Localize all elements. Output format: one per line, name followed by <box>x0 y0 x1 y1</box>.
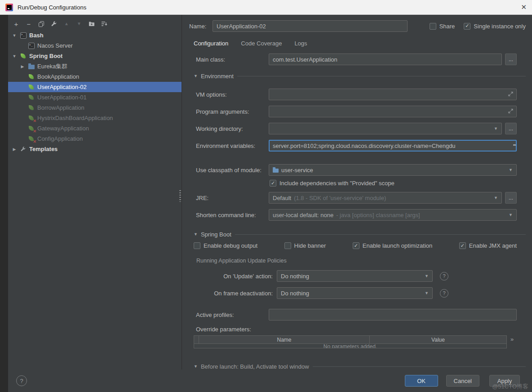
share-checkbox-box: ✓ <box>430 23 436 30</box>
background-edge <box>0 15 8 392</box>
enable-jmx-agent-checkbox[interactable]: ✓ Enable JMX agent <box>459 242 517 249</box>
cancel-button[interactable]: Cancel <box>446 375 479 387</box>
environment-section-header[interactable]: ▼ Environment <box>194 72 526 80</box>
tab-code-coverage[interactable]: Code Coverage <box>241 40 282 47</box>
copy-icon[interactable] <box>37 20 45 28</box>
jre-label: JRE: <box>194 195 269 201</box>
titlebar: Run/Debug Configurations ✕ <box>0 0 532 15</box>
more-actions-button[interactable]: » <box>510 336 514 343</box>
provided-scope-checkbox[interactable]: ✓ Include dependencies with "Provided" s… <box>270 180 395 187</box>
tree-item-borrow-application[interactable]: BorrowApplication <box>8 102 182 113</box>
window-title: Run/Debug Configurations <box>18 4 86 11</box>
spring-boot-options-row: ✓ Enable debug output ✓ Hide banner ✓ En… <box>194 242 517 249</box>
shorten-command-line-combo[interactable]: user-local default: none - java [options… <box>269 209 517 221</box>
tree-item-gateway-application[interactable]: ✕ GatewayApplication <box>8 123 182 134</box>
chevron-down-icon: ▼ <box>494 196 498 200</box>
expanded-icon: ▼ <box>12 33 17 38</box>
environment-variables-input[interactable] <box>269 140 517 151</box>
module-combo[interactable]: user-service ▼ <box>269 164 517 176</box>
section-divider <box>313 366 526 367</box>
chevron-down-icon: ▼ <box>425 274 429 278</box>
spring-boot-section-header[interactable]: ▼ Spring Boot <box>194 231 526 238</box>
folder-icon <box>28 63 35 70</box>
before-launch-section-header[interactable]: ▼ Before launch: Build, Activate tool wi… <box>194 363 526 370</box>
tree-item-templates[interactable]: ▶ Templates <box>8 144 182 154</box>
expanded-icon: ▼ <box>12 54 17 58</box>
tree-item-eureka-cluster[interactable]: ▶ Eureka集群 <box>8 61 182 71</box>
column-header-name[interactable]: Name <box>199 336 370 343</box>
bash-icon <box>28 42 35 49</box>
new-folder-icon[interactable] <box>88 20 96 28</box>
spring-boot-error-icon: ✕ <box>28 135 35 142</box>
section-collapse-icon: ▼ <box>194 364 198 369</box>
tab-configuration[interactable]: Configuration <box>194 40 228 47</box>
working-directory-browse-button[interactable]: ... <box>505 123 517 134</box>
move-down-icon[interactable]: ▼ <box>75 20 83 28</box>
expand-field-icon[interactable] <box>508 108 513 115</box>
share-checkbox[interactable]: ✓ Share <box>430 23 455 30</box>
name-input[interactable] <box>213 20 408 32</box>
splitter-handle[interactable] <box>179 190 181 202</box>
column-header-value[interactable]: Value <box>370 336 506 343</box>
tree-item-spring-boot[interactable]: ▼ Spring Boot <box>8 51 182 61</box>
close-icon[interactable]: ✕ <box>514 3 527 11</box>
main-class-row: Main class: ... <box>194 53 526 65</box>
tree-toolbar: + − ▲ ▼ <box>8 18 182 30</box>
vm-options-input[interactable] <box>269 89 517 100</box>
table-header: Name Value <box>194 336 506 344</box>
single-instance-checkbox[interactable]: ✓ Single instance only <box>464 23 526 30</box>
dialog-footer: ? OK Cancel Apply <box>8 370 532 392</box>
tree-item-user-application-01[interactable]: UserApplication-01 <box>8 92 182 102</box>
working-directory-combo[interactable]: ▼ <box>269 123 502 134</box>
add-icon[interactable]: + <box>12 20 20 28</box>
override-parameters-label: Override parameters: <box>194 326 526 333</box>
spring-boot-icon <box>28 84 35 90</box>
on-update-action-combo[interactable]: Do nothing ▼ <box>277 270 433 282</box>
spring-boot-icon <box>28 104 35 111</box>
jre-combo[interactable]: Default (1.8 - SDK of 'user-service' mod… <box>269 192 502 204</box>
move-up-icon[interactable]: ▲ <box>62 20 71 28</box>
tree-item-config-application[interactable]: ✕ ConfigApplication <box>8 134 182 144</box>
tree-item-hystrix-dashboard-application[interactable]: ✕ HystrixDashBoardApplication <box>8 113 182 123</box>
enable-launch-optimization-checkbox[interactable]: ✓ Enable launch optimization <box>353 242 432 249</box>
configurations-tree-panel: + − ▲ ▼ <box>8 15 182 370</box>
tree-item-user-application-02[interactable]: UserApplication-02 <box>8 82 182 92</box>
help-icon[interactable]: ? <box>440 272 448 281</box>
jre-row: JRE: Default (1.8 - SDK of 'user-service… <box>194 192 526 204</box>
active-profiles-input[interactable] <box>269 309 517 321</box>
enable-debug-output-checkbox[interactable]: ✓ Enable debug output <box>194 242 257 249</box>
program-arguments-input[interactable] <box>269 106 517 117</box>
collapsed-icon: ▶ <box>12 147 17 151</box>
edit-templates-icon[interactable] <box>50 20 58 28</box>
tab-logs[interactable]: Logs <box>294 40 307 47</box>
ok-button[interactable]: OK <box>405 375 438 387</box>
on-frame-deactivation-combo[interactable]: Do nothing ▼ <box>277 287 433 299</box>
spring-boot-icon <box>28 94 35 101</box>
help-button[interactable]: ? <box>16 375 27 386</box>
spring-boot-icon <box>28 73 35 80</box>
sort-icon[interactable] <box>100 20 108 28</box>
configuration-editor-panel: Name: ✓ Share ✓ Single instance only Con… <box>182 15 532 370</box>
chevron-down-icon: ▼ <box>425 291 429 295</box>
expand-field-icon[interactable] <box>508 91 513 98</box>
jre-browse-button[interactable]: ... <box>505 192 517 204</box>
help-icon[interactable]: ? <box>440 289 448 298</box>
tree-item-book-application[interactable]: BookApplication <box>8 71 182 82</box>
remove-icon[interactable]: − <box>25 20 33 28</box>
chevron-down-icon: ▼ <box>494 126 498 131</box>
environment-variables-label: Environment variables: <box>194 143 269 149</box>
tree-item-nacos-server[interactable]: Nacos Server <box>8 40 182 51</box>
use-classpath-label: Use classpath of module: <box>194 167 269 174</box>
on-update-action-row: On 'Update' action: Do nothing ▼ ? <box>194 270 526 282</box>
hide-banner-checkbox[interactable]: ✓ Hide banner <box>284 242 326 249</box>
editor-tabs: Configuration Code Coverage Logs <box>182 39 532 47</box>
main-class-label: Main class: <box>194 56 269 63</box>
spring-boot-error-icon: ✕ <box>28 115 35 121</box>
shorten-command-line-row: Shorten command line: user-local default… <box>194 209 526 221</box>
run-debug-configurations-dialog: Run/Debug Configurations ✕ + − <box>0 0 532 392</box>
main-class-browse-button[interactable]: ... <box>505 53 517 65</box>
tree-item-bash[interactable]: ▼ Bash <box>8 30 182 40</box>
environment-variables-row: Environment variables: <box>194 140 526 151</box>
main-class-input[interactable] <box>269 53 502 65</box>
provided-scope-row: ✓ Include dependencies with "Provided" s… <box>194 180 526 187</box>
